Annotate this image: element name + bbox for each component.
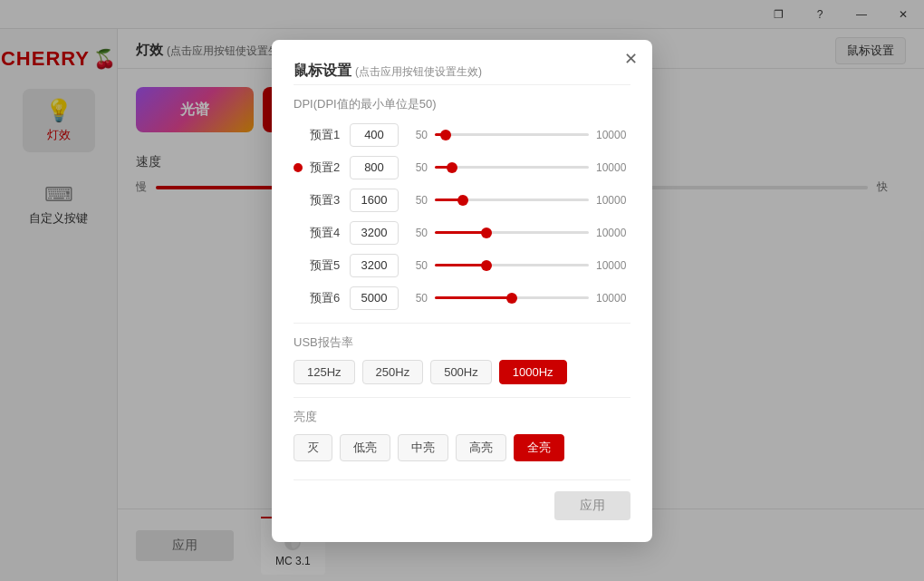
usb-250hz-button[interactable]: 250Hz: [362, 360, 424, 384]
dpi-row-3: 预置3 50 10000: [294, 189, 630, 212]
modal-footer: 应用: [294, 479, 630, 520]
dpi-min-5: 50: [406, 259, 428, 272]
dpi-min-6: 50: [406, 292, 428, 305]
usb-buttons-group: 125Hz 250Hz 500Hz 1000Hz: [294, 360, 630, 384]
dpi-input-4[interactable]: [350, 221, 399, 245]
dpi-label-6: 预置6: [310, 290, 342, 306]
dpi-label-1: 预置1: [310, 127, 342, 143]
dpi-row-1: 预置1 50 10000: [294, 123, 630, 147]
dpi-slider-4[interactable]: [435, 231, 589, 234]
dpi-max-2: 10000: [596, 161, 630, 174]
dpi-max-5: 10000: [596, 259, 630, 272]
dpi-slider-2[interactable]: [435, 166, 589, 169]
dpi-slider-1[interactable]: [435, 133, 589, 136]
dpi-min-4: 50: [406, 227, 428, 239]
usb-1000hz-button[interactable]: 1000Hz: [499, 360, 567, 384]
dpi-active-dot-2: [294, 163, 303, 172]
modal-title: 鼠标设置(点击应用按钮使设置生效): [294, 62, 630, 81]
brightness-high-button[interactable]: 高亮: [456, 434, 506, 461]
usb-125hz-button[interactable]: 125Hz: [294, 360, 355, 384]
dpi-min-1: 50: [406, 129, 428, 141]
brightness-buttons-group: 灭 低亮 中亮 高亮 全亮: [294, 434, 630, 461]
brightness-mid-button[interactable]: 中亮: [398, 434, 448, 461]
dpi-max-4: 10000: [596, 227, 630, 239]
dpi-max-3: 10000: [596, 194, 630, 207]
dpi-label-2: 预置2: [310, 160, 342, 176]
usb-section-title: USB报告率: [294, 323, 630, 351]
dpi-max-1: 10000: [596, 129, 630, 141]
brightness-off-button[interactable]: 灭: [294, 434, 332, 461]
dpi-min-3: 50: [406, 194, 428, 207]
modal-title-text: 鼠标设置: [294, 63, 351, 78]
modal-overlay: ✕ 鼠标设置(点击应用按钮使设置生效) DPI(DPI值的最小单位是50) 预置…: [0, 0, 924, 581]
modal-close-button[interactable]: ✕: [624, 51, 638, 67]
brightness-low-button[interactable]: 低亮: [340, 434, 390, 461]
modal-apply-button[interactable]: 应用: [554, 491, 630, 520]
dpi-row-4: 预置4 50 10000: [294, 221, 630, 245]
dpi-min-2: 50: [406, 161, 428, 174]
dpi-row-6: 预置6 50 10000: [294, 286, 630, 310]
dpi-input-5[interactable]: [350, 254, 399, 277]
dpi-label-4: 预置4: [310, 225, 342, 241]
dpi-label-3: 预置3: [310, 192, 342, 208]
dpi-row-2: 预置2 50 10000: [294, 156, 630, 179]
brightness-section-title: 亮度: [294, 397, 630, 425]
usb-500hz-button[interactable]: 500Hz: [430, 360, 492, 384]
dpi-input-2[interactable]: [350, 156, 399, 179]
dpi-slider-6[interactable]: [435, 296, 589, 299]
dpi-section-title: DPI(DPI值的最小单位是50): [294, 84, 630, 112]
brightness-full-button[interactable]: 全亮: [514, 434, 564, 461]
dpi-input-6[interactable]: [350, 286, 399, 310]
dpi-max-6: 10000: [596, 292, 630, 305]
dpi-slider-5[interactable]: [435, 264, 589, 266]
dpi-input-3[interactable]: [350, 189, 399, 212]
dpi-slider-3[interactable]: [435, 199, 589, 201]
mouse-settings-modal: ✕ 鼠标设置(点击应用按钮使设置生效) DPI(DPI值的最小单位是50) 预置…: [272, 40, 652, 542]
dpi-label-5: 预置5: [310, 257, 342, 274]
modal-subtitle-text: (点击应用按钮使设置生效): [355, 65, 482, 78]
dpi-row-5: 预置5 50 10000: [294, 254, 630, 277]
dpi-input-1[interactable]: [350, 123, 399, 147]
